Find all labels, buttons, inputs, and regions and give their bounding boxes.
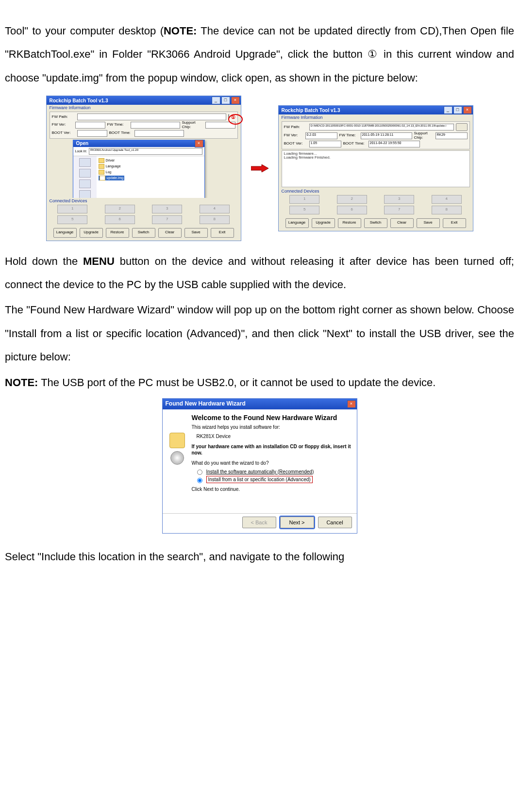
button-row: Language Upgrade Restore Switch Clear Sa… [279,215,473,231]
log-line: Loading firmware Finished. [284,156,468,160]
menu-label: MENU [83,255,115,267]
wizard-device-name: RK281X Device [197,433,351,439]
boot-time-label: BOOT Time: [343,142,367,146]
lookin-label: Look in: [75,149,87,153]
middle-area-left: Open × Look in: RK3066 Android Upgrade T… [50,140,238,198]
device-slot: 5 [57,215,87,224]
window-title: Rockchip Batch Tool v1.3 [280,108,444,113]
arrow-right-icon [251,165,268,172]
wizard-button-row: < Back Next > Cancel [163,513,357,533]
restore-button[interactable]: Restore [106,228,129,238]
log-area: Loading firmware... Loading firmware Fin… [282,150,470,187]
language-button[interactable]: Language [285,218,309,228]
close-icon[interactable]: × [231,97,240,104]
fw-path-input[interactable] [77,114,226,120]
note-label: NOTE: [5,376,38,389]
file-icon [100,176,105,180]
item-label: Log [106,170,112,174]
annotation-circle-1 [228,114,243,125]
maximize-icon[interactable]: □ [221,97,230,104]
close-icon[interactable]: × [463,106,472,114]
radio-install-list[interactable]: Install from a list or specific location… [195,476,351,483]
browse-button[interactable] [456,123,468,131]
upgrade-button[interactable]: Upgrade [80,228,103,238]
text: Tool" to your computer desktop ( [5,25,164,37]
list-item[interactable]: Driver [99,158,202,163]
browse-button-wrap [228,115,229,119]
folder-icon [99,170,104,175]
titlebar: Found New Hardware Wizard × [163,399,357,409]
file-dialog-titlebar: Open × [73,140,204,147]
cd-icon [170,451,184,465]
figure-wizard: Found New Hardware Wizard × Welcome to t… [5,398,514,534]
list-item[interactable]: Language [99,164,202,169]
window-title: Found New Hardware Wizard [164,400,347,408]
batch-tool-window-left: Rockchip Batch Tool v1.3 _ □ × Firmware … [46,96,241,241]
boot-time-input: 2011-04-22 19:55:50 [368,141,420,147]
folder-icon [99,164,104,169]
fw-ver-input [75,122,105,129]
clear-button[interactable]: Clear [390,218,414,228]
section-devices-label: Connected Devices [279,188,473,194]
switch-button[interactable]: Switch [364,218,387,228]
place-icon[interactable] [79,169,91,178]
device-slot-row: 5 6 7 8 [47,214,241,225]
list-item-selected[interactable]: update.img [99,176,125,180]
titlebar: Rockchip Batch Tool v1.3 _ □ × [47,96,241,105]
device-slot-row: 1 2 3 4 [279,194,473,205]
text: The USB port of the PC must be USB2.0, o… [38,376,435,389]
switch-button[interactable]: Switch [132,228,155,238]
boot-time-input [134,130,184,137]
svg-marker-0 [251,164,268,172]
close-icon[interactable]: × [195,140,203,147]
upgrade-button[interactable]: Upgrade [312,218,335,228]
lookin-combo[interactable]: RK3066 Android Upgrade Tool_v1.20 [89,148,202,155]
minimize-icon[interactable]: _ [444,106,452,114]
fw-time-input [131,122,180,129]
save-button[interactable]: Save [184,228,208,238]
batch-tool-window-right: Rockchip Batch Tool v1.3 _ □ × Firmware … [278,105,473,231]
exit-button[interactable]: Exit [443,218,466,228]
exit-button[interactable]: Exit [211,228,234,238]
device-slot: 4 [432,195,462,204]
device-slot: 5 [289,206,319,214]
cancel-button[interactable]: Cancel [318,517,352,528]
item-label: Language [106,164,121,168]
wizard-subtext: This wizard helps you install software f… [192,424,351,430]
next-button[interactable]: Next > [280,517,314,528]
device-slot-row: 1 2 3 4 [47,204,241,214]
wizard-heading: Welcome to the Found New Hardware Wizard [192,413,351,422]
clear-button[interactable]: Clear [158,228,182,238]
radio-input[interactable] [197,478,202,483]
list-item[interactable]: Log [99,170,202,175]
device-slot: 2 [337,195,367,204]
device-slot: 8 [432,206,462,214]
fw-time-label: FW Time: [107,123,129,127]
place-icon[interactable] [79,179,91,188]
place-icon[interactable] [79,158,91,167]
boot-ver-input: 1.05 [309,141,341,147]
language-button[interactable]: Language [53,228,77,238]
restore-button[interactable]: Restore [338,218,361,228]
minimize-icon[interactable]: _ [212,97,220,104]
file-dialog-places [73,156,97,198]
titlebar: Rockchip Batch Tool v1.3 _ □ × [279,106,473,114]
radio-label-highlighted: Install from a list or specific location… [206,476,313,483]
device-slot: 6 [337,206,367,214]
device-slot: 8 [200,215,230,224]
paragraph-3: The "Found New Hardware Wizard" window w… [5,298,514,369]
radio-input[interactable] [197,470,202,475]
close-icon[interactable]: × [347,400,356,408]
save-button[interactable]: Save [417,218,440,228]
fw-path-input[interactable]: D:\MID\CD-2011050010FC-0001-0010-11870MB… [309,124,454,130]
radio-install-auto[interactable]: Install the software automatically (Reco… [195,468,351,475]
maximize-icon[interactable]: □ [453,106,462,114]
boot-ver-input [77,130,107,137]
file-list: Driver Language Log update.img [97,156,204,198]
paragraph-5: Select "Include this location in the sea… [5,545,514,568]
radio-label: Install the software automatically (Reco… [206,469,314,475]
firmware-info-box: FW Path: D:\MID\CD-2011050010FC-0001-001… [282,121,470,149]
wizard-question: What do you want the wizard to do? [192,460,351,466]
place-icon[interactable] [79,190,91,198]
device-slot: 7 [152,215,182,224]
